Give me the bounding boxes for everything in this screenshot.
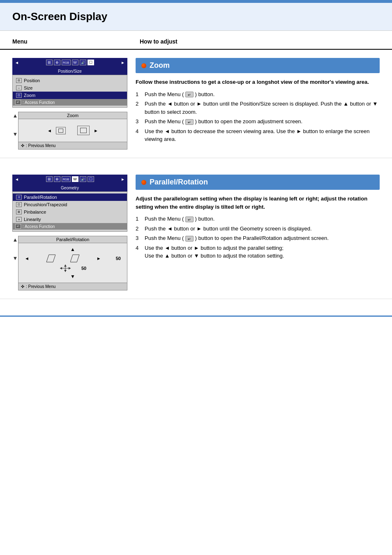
parallel-sub-monitor-box: Parallel/Rotation ▲ ◄ — [18, 236, 127, 290]
parallel-step-1: 1 Push the Menu ( ↵ ) button. — [136, 215, 380, 223]
icon-sound: 🔊 — [80, 60, 86, 65]
parallel-diagram-area: ▲ ◄ — [18, 243, 127, 283]
menu-item-zoom: ⊡ Zoom — [13, 92, 127, 99]
parallel-steps: 1 Push the Menu ( ↵ ) button. 2 Push the… — [136, 215, 380, 260]
p-icon-circle: ⊕ — [54, 176, 60, 182]
up-arrow-icon: ▲ — [13, 113, 18, 119]
pincushion-label: Pincushion/Trapezoid — [24, 202, 67, 207]
parallel-prev-menu-icon: ✜ — [21, 284, 24, 289]
left-zoom-arrow: ◄ — [47, 128, 52, 133]
menu-item-linearity: ≡ Linearity — [13, 216, 127, 223]
parallel-right-panel: Parallel/Rotation Adjust the parallelogr… — [136, 175, 380, 290]
prev-menu-icon: ✜ — [21, 143, 24, 148]
parallel-access-label: : Access Function — [23, 224, 55, 229]
parallel-right-arrow-icon: ► — [121, 177, 125, 182]
parallel-access-icon: ↵ — [15, 224, 21, 229]
menu-item-pincushion: ⊡ Pincushion/Trapezoid — [13, 201, 127, 208]
zoom-left-panel: ◄ ⊞ ⊕ RGB W 🔊 ☐ ► Position/Size — [12, 58, 127, 150]
p-icon-box: ☐ — [88, 176, 94, 182]
access-label: : Access Function — [23, 100, 55, 105]
parallel-sub-monitor: Parallel/Rotation ▲ ◄ — [18, 233, 127, 290]
parallel-prev-menu-label: : Previous Menu — [26, 284, 55, 289]
menu-column-header: Menu — [12, 38, 140, 45]
how-column-header: How to adjust — [140, 38, 380, 45]
icon-rgb: RGB — [62, 60, 71, 65]
page-title: On-Screen Display — [12, 10, 380, 23]
parallel-label: Parallel/Rotation — [24, 195, 57, 200]
zoom-right-panel: Zoom Follow these instructions to get a … — [136, 58, 380, 150]
zoom-inner-large — [80, 128, 87, 133]
parallel-monitor-sublabel: Geometry — [12, 184, 127, 191]
parallel-row-2: ◄ ► 50 — [23, 254, 123, 263]
parallel-icon: ⧖ — [16, 195, 22, 200]
icon-grid: ⊞ — [46, 60, 53, 65]
monitor-nav-bar: ◄ ⊞ ⊕ RGB W 🔊 ☐ ► — [12, 58, 127, 67]
zoom-step-2: 2 Push the ◄ button or ► button until th… — [136, 100, 380, 116]
zoom-steps: 1 Push the Menu ( ↵ ) button. 2 Push the… — [136, 90, 380, 143]
menu-item-size: ↔ Size — [13, 84, 127, 92]
position-icon: ⊟ — [16, 78, 22, 83]
side-arrows: ▲ ▼ Zoom ◄ — [12, 108, 127, 150]
down-arrow-icon: ▼ — [13, 131, 18, 137]
zoom-label: Zoom — [24, 93, 35, 98]
sub-monitor-content: ◄ ► — [18, 119, 127, 142]
zoom-heading: Zoom — [136, 58, 380, 73]
svg-marker-4 — [64, 265, 67, 267]
linearity-icon: ≡ — [16, 217, 22, 222]
access-function-bar: ↵ : Access Function — [13, 99, 127, 106]
parallel-step-4: 4 Use the ◄ button or ► button to adjust… — [136, 244, 380, 260]
p-icon-grid: ⊞ — [46, 176, 53, 182]
zoom-sub-monitor-box: Zoom ◄ ► — [18, 112, 127, 150]
icon-circle: ⊕ — [54, 60, 60, 65]
svg-marker-7 — [64, 270, 67, 272]
prev-menu-bar-zoom: ✜ : Previous Menu — [18, 142, 127, 149]
parallel-value2: 50 — [81, 266, 86, 271]
rotation-icon — [59, 264, 71, 273]
right-arrow-icon: ► — [121, 60, 125, 65]
page-wrapper: On-Screen Display Menu How to adjust ◄ ⊞… — [0, 2, 392, 317]
pinbalance-icon: ⊠ — [16, 210, 22, 214]
left-arrow-icon: ◄ — [15, 60, 19, 65]
svg-marker-1 — [70, 255, 79, 262]
parallel-left-arrow-icon: ◄ — [15, 177, 19, 182]
parallel-heading: Parallel/Rotation — [136, 175, 380, 190]
parallel-vertical-arrows: ▲ ▼ — [12, 233, 18, 261]
svg-marker-6 — [69, 267, 71, 269]
pincushion-icon: ⊡ — [16, 202, 22, 207]
parallel-value1: 50 — [116, 256, 121, 261]
section-divider — [0, 158, 392, 166]
p-menu-btn-1: ↵ — [185, 216, 194, 222]
parallel-row-3: 50 — [23, 264, 123, 273]
parallel-monitor-nav-bar: ◄ ⊞ ⊕ RGB W 🔊 ☐ ► — [12, 175, 127, 184]
zoom-menu-list: ⊟ Position ↔ Size ⊡ Zoom ↵ — [12, 75, 127, 108]
zoom-icon: ⊡ — [16, 93, 22, 98]
icon-w: W — [72, 60, 78, 65]
zoom-step-4: 4 Use the ◄ button to decrease the scree… — [136, 127, 380, 143]
p-menu-btn-3: ↵ — [185, 236, 194, 242]
up-arrow-parallel: ▲ — [70, 246, 75, 252]
menu-item-parallel: ⧖ Parallel/Rotation — [13, 193, 127, 201]
page-header: On-Screen Display — [0, 3, 392, 31]
access-icon: ↵ — [15, 100, 21, 105]
column-headers: Menu How to adjust — [0, 34, 392, 50]
icon-box-active: ☐ — [88, 60, 94, 65]
parallel-sub-title: Parallel/Rotation — [18, 236, 127, 243]
svg-marker-0 — [46, 255, 55, 262]
parallel-monitor-label: Geometry — [61, 186, 79, 190]
p-icon-sound: 🔊 — [80, 176, 86, 182]
sub-monitor-title: Zoom — [18, 112, 127, 119]
parallel-down-arrow-icon: ▼ — [13, 255, 18, 261]
size-icon: ↔ — [16, 85, 22, 90]
vertical-arrows: ▲ ▼ — [12, 108, 18, 137]
right-zoom-arrow: ► — [94, 128, 98, 133]
parallel-heading-dot — [141, 180, 146, 185]
parallel-intro: Adjust the parallelogram setting when th… — [136, 195, 380, 211]
linearity-label: Linearity — [24, 217, 41, 222]
zoom-sub-monitor: Zoom ◄ ► — [18, 108, 127, 150]
position-label: Position — [24, 78, 40, 83]
parallel-up-arrow-icon: ▲ — [13, 237, 18, 243]
menu-item-pinbalance: ⊠ Pinbalance — [13, 208, 127, 216]
zoom-section: ◄ ⊞ ⊕ RGB W 🔊 ☐ ► Position/Size — [0, 50, 392, 158]
menu-item-position: ⊟ Position — [13, 77, 127, 84]
parallel-shape-left — [44, 254, 55, 263]
